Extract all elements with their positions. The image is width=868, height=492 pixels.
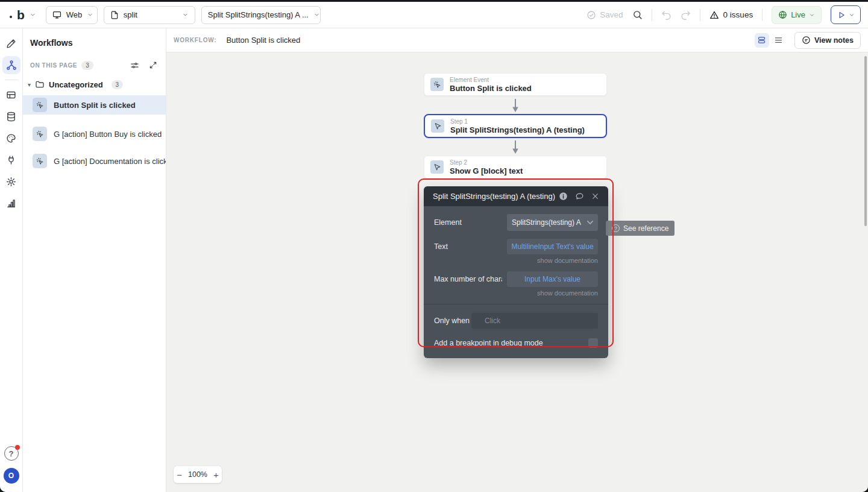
folder-icon	[35, 80, 45, 89]
issues-label: 0 issues	[723, 10, 753, 19]
play-icon	[837, 11, 846, 19]
page-selector[interactable]: split	[104, 6, 195, 24]
chevron-down-icon	[87, 11, 93, 18]
pointer-click-icon	[33, 127, 47, 141]
app-window: b Web split Split SplitStrings(testing) …	[0, 2, 868, 492]
undo-icon[interactable]	[661, 10, 671, 20]
element-dropdown[interactable]: SplitStrings(testing) A	[507, 214, 598, 231]
workflow-event-node[interactable]: Element Event Button Split is clicked	[424, 73, 607, 96]
only-when-placeholder: Click	[485, 317, 500, 325]
workflow-list-item[interactable]: Button Split is clicked	[23, 95, 166, 115]
zoom-level: 100%	[188, 470, 207, 479]
filter-sliders-icon[interactable]	[130, 61, 139, 70]
panel-title: Workflows	[30, 38, 166, 48]
data-tab-database-icon[interactable]	[2, 107, 20, 125]
note-comment-icon	[802, 36, 811, 45]
section-label: ON THIS PAGE	[30, 62, 77, 69]
design-tab-pencil-icon[interactable]	[2, 34, 20, 52]
canvas-header: WORKFLOW: Button Split is clicked View n…	[166, 28, 868, 52]
element-dropdown-value: SplitStrings(testing) A	[512, 218, 587, 227]
chevron-down-icon	[809, 12, 815, 18]
workflow-canvas[interactable]: Element Event Button Split is clicked St…	[166, 52, 868, 492]
zoom-in-button[interactable]: +	[213, 470, 219, 479]
comment-bubble-icon[interactable]	[575, 192, 584, 201]
pointer-click-icon	[33, 154, 47, 168]
pointer-icon	[430, 160, 444, 174]
user-avatar[interactable]: O	[4, 468, 19, 484]
saved-status: Saved	[587, 10, 623, 20]
divider	[652, 9, 652, 21]
screen: b Web split Split SplitStrings(testing) …	[0, 2, 868, 492]
warning-triangle-icon	[709, 10, 719, 20]
text-label: Text	[434, 242, 502, 251]
info-icon[interactable]	[559, 192, 568, 201]
workflow-title: Button Split is clicked	[226, 36, 300, 45]
zoom-control: − 100% +	[174, 466, 222, 483]
popup-title: Split SplitStrings(testing) A (testing)	[433, 192, 555, 201]
see-reference-tooltip[interactable]: ? See reference	[606, 221, 675, 236]
workflow-list-item[interactable]: G [action] Documentation is click...	[23, 151, 166, 171]
folder-name: Uncategorized	[49, 80, 103, 89]
workflow-item-label: Button Split is clicked	[54, 101, 136, 110]
max-chars-label: Max number of chara	[434, 275, 502, 283]
platform-label: Web	[66, 10, 83, 19]
view-notes-button[interactable]: View notes	[794, 32, 861, 49]
popup-body: Element SplitStrings(testing) A Text Mul…	[424, 206, 608, 358]
caret-down-icon	[587, 220, 593, 225]
settings-tab-gear-icon[interactable]	[2, 172, 20, 191]
plugins-tab-plug-icon[interactable]	[2, 151, 20, 169]
preview-run-button[interactable]	[831, 5, 861, 24]
workflow-label: WORKFLOW:	[174, 37, 216, 43]
chevron-down-icon	[182, 11, 189, 18]
chevron-down-icon	[849, 12, 855, 18]
folder-uncategorized[interactable]: ▾ Uncategorized 3	[28, 80, 166, 89]
check-circle-icon	[587, 10, 596, 20]
question-circle-icon: ?	[612, 224, 620, 232]
breakpoint-checkbox[interactable]	[588, 338, 598, 348]
flow-arrow-down-icon	[511, 98, 520, 113]
platform-selector[interactable]: Web	[46, 6, 98, 24]
left-icon-rail: ? O	[0, 28, 23, 492]
canvas-area: WORKFLOW: Button Split is clicked View n…	[166, 28, 868, 492]
workflow-list-item[interactable]: G [action] Button Buy is clicked	[23, 124, 166, 144]
card-view-toggle-icon[interactable]	[755, 33, 769, 48]
bubble-logo-menu[interactable]: b	[7, 8, 40, 21]
action-properties-popup: Split SplitStrings(testing) A (testing) …	[424, 186, 608, 358]
styles-tab-palette-icon[interactable]	[2, 129, 20, 147]
zoom-out-button[interactable]: −	[177, 470, 182, 479]
vertical-scrollbar[interactable]	[864, 56, 867, 226]
bubble-logo: b	[17, 8, 25, 21]
popup-header[interactable]: Split SplitStrings(testing) A (testing)	[424, 186, 608, 206]
redo-icon[interactable]	[681, 10, 691, 20]
expand-icon[interactable]	[149, 61, 157, 70]
list-view-toggle-icon[interactable]	[772, 33, 786, 48]
node-kind-label: Element Event	[450, 77, 532, 84]
only-when-input[interactable]: Click	[471, 313, 598, 329]
search-icon[interactable]	[632, 10, 643, 20]
page-label: split	[124, 10, 137, 19]
top-bar: b Web split Split SplitStrings(testing) …	[0, 2, 868, 28]
notification-dot	[15, 445, 20, 450]
show-documentation-link[interactable]: show documentation	[434, 257, 598, 264]
components-tab-icon[interactable]	[2, 86, 20, 104]
close-icon[interactable]	[591, 192, 599, 200]
max-chars-expression-field[interactable]: Input Max's value	[507, 271, 598, 287]
workflow-step1-node[interactable]: Step 1 Split SplitStrings(testing) A (te…	[424, 114, 607, 138]
divider	[762, 9, 763, 21]
workflow-step2-node[interactable]: Step 2 Show G [block] text	[424, 156, 607, 178]
chevron-down-icon	[30, 11, 36, 18]
workflow-selector-label: Split SplitStrings(testing) A ...	[208, 10, 309, 19]
on-this-page-section: ON THIS PAGE 3	[30, 61, 157, 70]
text-expression-field[interactable]: MultilineInput Text's value	[507, 239, 598, 254]
logs-tab-chart-icon[interactable]	[2, 194, 20, 212]
view-notes-label: View notes	[814, 36, 854, 45]
live-environment-button[interactable]: Live	[772, 6, 822, 24]
issues-indicator[interactable]: 0 issues	[709, 10, 753, 20]
text-expression-value: MultilineInput Text's value	[511, 242, 593, 251]
workflow-selector[interactable]: Split SplitStrings(testing) A ...	[201, 6, 321, 24]
help-glyph: ?	[9, 449, 14, 458]
workflows-tab-tree-icon[interactable]	[2, 56, 20, 74]
help-icon[interactable]: ?	[4, 446, 19, 461]
show-documentation-link[interactable]: show documentation	[434, 289, 598, 297]
node-title: Split SplitStrings(testing) A (testing)	[450, 125, 585, 134]
